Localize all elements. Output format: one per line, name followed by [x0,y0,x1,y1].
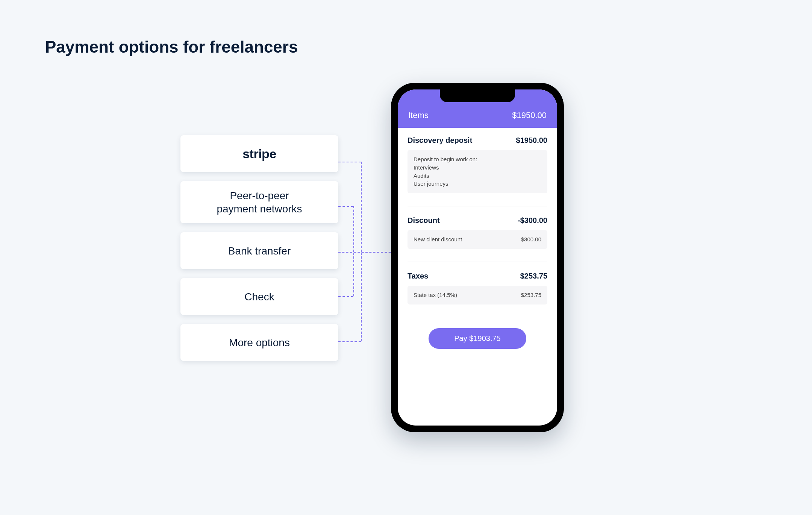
note-text: Audits [414,172,541,180]
note-text: Interviews [414,164,541,172]
invoice-body: Discovery deposit $1950.00 Deposit to be… [398,128,557,426]
option-label: Peer-to-peer [217,189,302,202]
line-item-amount: $253.75 [520,272,547,280]
connector-line [353,253,354,296]
connector-line [361,162,362,252]
option-label: payment networks [217,202,302,215]
detail-label: New client discount [414,235,462,244]
option-more[interactable]: More options [180,324,338,361]
note-text: User journeys [414,180,541,188]
line-item-amount: -$300.00 [518,216,547,225]
option-peer-to-peer[interactable]: Peer-to-peer payment networks [180,181,338,223]
connector-line [361,253,362,341]
option-stripe[interactable]: stripe [180,135,338,172]
option-check[interactable]: Check [180,278,338,315]
divider [408,262,547,262]
line-item-amount: $1950.00 [516,136,547,145]
detail-amount: $253.75 [521,291,541,299]
line-item-taxes: Taxes $253.75 [408,272,547,280]
divider [408,206,547,206]
connector-line [338,162,361,162]
page-title: Payment options for freelancers [45,38,298,56]
discount-detail: New client discount $300.00 [408,230,547,249]
header-label: Items [408,111,429,120]
phone-mockup: Items $1950.00 Discovery deposit $1950.0… [391,83,564,432]
payment-options-list: stripe Peer-to-peer payment networks Ban… [180,135,338,361]
taxes-detail: State tax (14.5%) $253.75 [408,286,547,304]
divider [408,316,547,316]
phone-notch [440,89,515,102]
option-label: More options [229,336,290,349]
line-item-title: Taxes [408,272,428,280]
line-item-title: Discount [408,216,440,225]
invoice-app: Items $1950.00 Discovery deposit $1950.0… [398,89,557,426]
option-label: Bank transfer [228,244,291,258]
stripe-logo: stripe [242,146,276,162]
header-total: $1950.00 [512,111,547,120]
pay-button[interactable]: Pay $1903.75 [429,328,526,349]
option-label: Check [244,290,274,303]
connector-line [338,206,353,207]
connector-line [353,206,354,252]
detail-amount: $300.00 [521,235,541,244]
note-text: Deposit to begin work on: [414,155,541,164]
detail-label: State tax (14.5%) [414,291,457,299]
connector-line [338,296,353,297]
connector-line [338,341,361,342]
deposit-note: Deposit to begin work on: Interviews Aud… [408,150,547,193]
connector-line [338,252,395,253]
line-item-title: Discovery deposit [408,136,472,145]
phone-screen: Items $1950.00 Discovery deposit $1950.0… [398,89,557,426]
option-bank-transfer[interactable]: Bank transfer [180,232,338,269]
line-item-deposit: Discovery deposit $1950.00 [408,136,547,145]
line-item-discount: Discount -$300.00 [408,216,547,225]
